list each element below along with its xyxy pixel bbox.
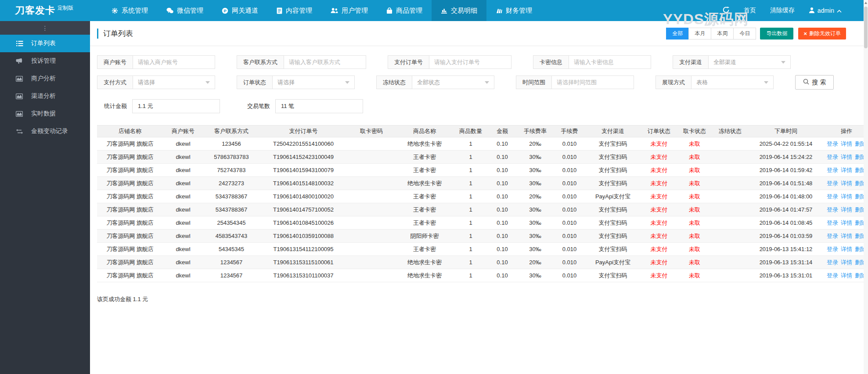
action-link[interactable]: 详情 — [841, 233, 852, 239]
nav-item-label: 微信管理 — [177, 7, 203, 15]
nav-item-label: 用户管理 — [342, 7, 368, 15]
col-merchant-account: 商户账号 — [163, 126, 203, 137]
action-link[interactable]: 详情 — [841, 219, 852, 226]
sidebar-item-channel-analysis[interactable]: 渠道分析 — [0, 87, 90, 105]
cell-product-name: 绝地求生卡密 — [396, 137, 454, 151]
scrollbar-thumb[interactable] — [864, 7, 868, 48]
pay-method-select[interactable]: 请选择 — [133, 76, 215, 89]
action-link[interactable]: 详情 — [841, 140, 852, 147]
range-filter-month[interactable]: 本月 — [688, 28, 711, 40]
row-actions: 登录详情删除 — [823, 230, 868, 243]
scrollbar-up-arrow[interactable] — [864, 0, 868, 6]
sidebar-item-complaints[interactable]: 投诉管理 — [0, 52, 90, 70]
nav-item-transactions[interactable]: 交易明细 — [432, 0, 486, 21]
cell-product-name: 王者卡密 — [396, 190, 454, 203]
filter-pay-order-no: 支付订单号 — [388, 55, 511, 69]
action-link[interactable]: 详情 — [841, 206, 852, 213]
action-link[interactable]: 详情 — [841, 259, 852, 266]
cell-pay-order-no: T190614010359100088 — [259, 230, 347, 243]
display-mode-select[interactable]: 表格 — [692, 76, 773, 89]
row-actions: 登录详情删除 — [823, 216, 868, 230]
pay-channel-select[interactable]: 全部渠道 — [709, 56, 790, 68]
action-link[interactable]: 详情 — [841, 246, 852, 252]
delete-invalid-label: 删除无效订单 — [809, 30, 841, 37]
action-link[interactable]: 详情 — [841, 272, 852, 279]
action-link[interactable]: 登录 — [827, 246, 838, 252]
cell-amount: 0.10 — [488, 177, 517, 190]
cell-order-time: 2019-06-13 15:31:01 — [749, 269, 823, 282]
cell-order-status: 未支付 — [641, 177, 677, 190]
cell-pay-channel: 支付宝扫码 — [585, 230, 641, 243]
search-button[interactable]: 搜 索 — [795, 75, 834, 90]
cell-pay-channel: 支付宝扫码 — [585, 269, 641, 282]
selected-value: 请选择 — [138, 79, 155, 86]
nav-item-system[interactable]: 系统管理 — [102, 0, 157, 21]
action-link[interactable]: 登录 — [827, 140, 838, 147]
nav-item-gateway[interactable]: P 网关通道 — [212, 0, 267, 21]
time-range-input[interactable] — [552, 76, 634, 89]
users-icon — [331, 7, 338, 14]
freeze-status-select[interactable]: 全部状态 — [412, 76, 494, 89]
cell-amount: 0.10 — [488, 243, 517, 256]
action-link[interactable]: 登录 — [827, 219, 838, 226]
action-link[interactable]: 登录 — [827, 180, 838, 187]
action-link[interactable]: 登录 — [827, 167, 838, 173]
vertical-scrollbar[interactable] — [864, 0, 868, 374]
user-menu[interactable]: admin — [809, 7, 842, 14]
cell-pay-channel: PayApi支付宝 — [585, 256, 641, 269]
card-info-input[interactable] — [569, 56, 651, 68]
cell-order-status: 未支付 — [641, 216, 677, 230]
sidebar-item-balance-records[interactable]: 金额变动记录 — [0, 122, 90, 140]
swap-arrows-icon — [16, 129, 24, 134]
action-link[interactable]: 登录 — [827, 259, 838, 266]
action-link[interactable]: 登录 — [827, 193, 838, 200]
table-row: 刀客源码网 旗舰店 dkewl 1234567 T190613153101100… — [97, 269, 868, 282]
cell-customer-contact: 5343788367 — [203, 203, 259, 216]
app-logo[interactable]: 刀客发卡 定制版 — [0, 0, 90, 21]
action-link[interactable]: 详情 — [841, 154, 852, 160]
selected-value: 请选择 — [277, 79, 295, 86]
refresh-icon[interactable] — [722, 6, 730, 15]
sidebar-item-order-list[interactable]: 订单列表 — [0, 35, 90, 52]
cell-fee: 0.010 — [554, 151, 585, 164]
action-link[interactable]: 登录 — [827, 233, 838, 239]
table-row: 刀客源码网 旗舰店 dkewl 57863783783 T19061415242… — [97, 151, 868, 164]
sidebar-item-realtime-data[interactable]: 实时数据 — [0, 105, 90, 122]
nav-item-users[interactable]: 用户管理 — [321, 0, 377, 21]
pay-order-no-input[interactable] — [429, 56, 511, 68]
customer-contact-input[interactable] — [284, 56, 366, 68]
action-link[interactable]: 登录 — [827, 272, 838, 279]
col-pay-channel: 支付渠道 — [585, 126, 641, 137]
nav-item-wechat[interactable]: 微信管理 — [157, 0, 212, 21]
cell-customer-contact: 1234567 — [203, 256, 259, 269]
cell-product-qty: 1 — [454, 203, 488, 216]
action-link[interactable]: 详情 — [841, 193, 852, 200]
chevron-down-icon — [345, 81, 349, 84]
order-status-select[interactable]: 请选择 — [273, 76, 354, 89]
cell-shop-name: 刀客源码网 旗舰店 — [97, 203, 163, 216]
cell-freeze-status — [712, 137, 749, 151]
cell-shop-name: 刀客源码网 旗舰店 — [97, 243, 163, 256]
range-filter-all[interactable]: 全部 — [666, 28, 689, 40]
home-link[interactable]: 首页 — [744, 7, 756, 14]
nav-item-goods[interactable]: 商品管理 — [377, 0, 432, 21]
sidebar-collapse-toggle[interactable]: ⋮ — [0, 21, 90, 35]
range-filter-week[interactable]: 本周 — [711, 28, 734, 40]
action-link[interactable]: 详情 — [841, 180, 852, 187]
nav-item-content[interactable]: 内容管理 — [267, 0, 321, 21]
action-link[interactable]: 详情 — [841, 167, 852, 173]
action-link[interactable]: 登录 — [827, 154, 838, 160]
action-link[interactable]: 登录 — [827, 206, 838, 213]
cell-card-status: 未取 — [677, 243, 712, 256]
nav-item-finance[interactable]: 财务管理 — [486, 0, 541, 21]
table-row: 刀客源码网 旗舰店 dkewl 5343788367 T190614014757… — [97, 203, 868, 216]
cell-fee-rate: 30‰ — [517, 269, 554, 282]
cell-merchant-account: dkewl — [163, 256, 203, 269]
export-data-button[interactable]: 导出数据 — [760, 28, 793, 40]
range-filter-today[interactable]: 今日 — [733, 28, 756, 40]
cell-order-status: 未支付 — [641, 164, 677, 177]
sidebar-item-merchant-analysis[interactable]: 商户分析 — [0, 70, 90, 87]
delete-invalid-orders-button[interactable]: × 删除无效订单 — [798, 28, 846, 40]
clear-cache-link[interactable]: 清除缓存 — [770, 7, 795, 14]
merchant-account-input[interactable] — [133, 56, 215, 68]
